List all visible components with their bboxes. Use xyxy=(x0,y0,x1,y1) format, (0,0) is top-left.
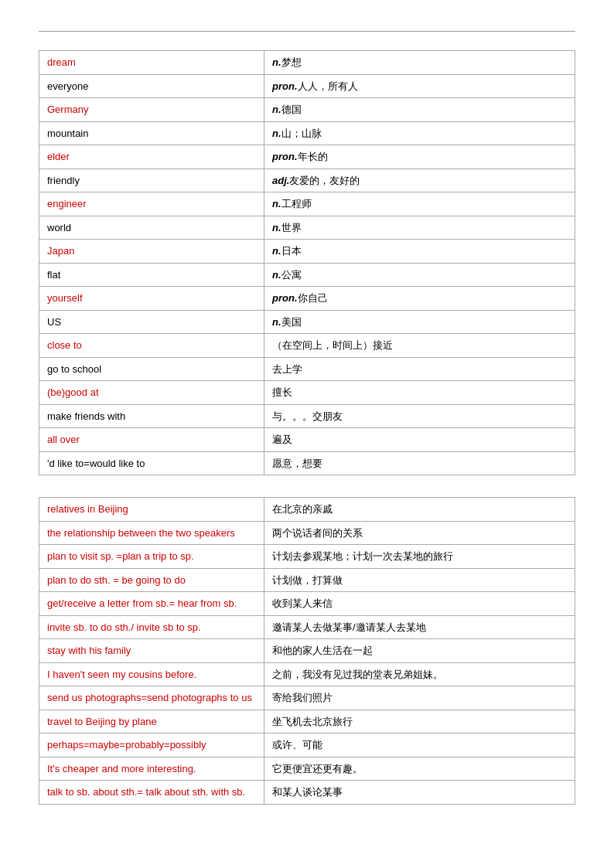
table-row: everyonepron.人人，所有人 xyxy=(39,74,575,98)
english-phrase: invite sb. to do sth./ invite sb to sp. xyxy=(39,615,264,639)
chinese-definition: 擅长 xyxy=(264,381,575,405)
table-row: Japann.日本 xyxy=(39,240,575,264)
table-row: close to（在空间上，时间上）接近 xyxy=(39,334,575,358)
english-phrase: send us photographs=send photographs to … xyxy=(39,686,264,710)
english-phrase: talk to sb. about sth.= talk about sth. … xyxy=(39,781,264,805)
chinese-definition: （在空间上，时间上）接近 xyxy=(264,334,575,358)
table-row: worldn.世界 xyxy=(39,216,575,240)
table-row: perhaps=maybe=probably=possibly或许、可能 xyxy=(39,734,575,757)
table-row: talk to sb. about sth.= talk about sth. … xyxy=(39,781,575,805)
chinese-definition: n.工程师 xyxy=(264,192,575,216)
table-row: travel to Beijing by plane坐飞机去北京旅行 xyxy=(39,710,575,734)
english-term: everyone xyxy=(39,74,264,98)
table-row: It's cheaper and more interesting.它更便宜还更… xyxy=(39,757,575,781)
table-row: relatives in Beijing在北京的亲戚 xyxy=(39,498,575,522)
chinese-definition: 愿意，想要 xyxy=(264,451,575,475)
english-term: Japan xyxy=(39,240,264,264)
table-row: go to school去上学 xyxy=(39,357,575,381)
chinese-definition: 在北京的亲戚 xyxy=(264,498,575,522)
table-row: Germanyn.德国 xyxy=(39,98,575,122)
chinese-definition: 坐飞机去北京旅行 xyxy=(264,710,575,734)
chinese-definition: n.梦想 xyxy=(264,51,575,75)
english-term: friendly xyxy=(39,168,264,192)
english-term: yourself xyxy=(39,287,264,311)
english-phrase: travel to Beijing by plane xyxy=(39,710,264,734)
chinese-definition: 与。。。交朋友 xyxy=(264,404,575,428)
chinese-definition: 计划做，打算做 xyxy=(264,568,575,592)
english-phrase: the relationship between the two speaker… xyxy=(39,521,264,545)
chinese-definition: 它更便宜还更有趣。 xyxy=(264,757,575,781)
table-row: plan to do sth. = be going to do计划做，打算做 xyxy=(39,568,575,592)
table-row: plan to visit sp. =plan a trip to sp.计划去… xyxy=(39,545,575,569)
table-row: elderpron.年长的 xyxy=(39,145,575,169)
chinese-definition: n.美国 xyxy=(264,310,575,334)
chinese-definition: 和他的家人生活在一起 xyxy=(264,639,575,663)
vocabulary-table-2: relatives in Beijing在北京的亲戚the relationsh… xyxy=(39,497,575,805)
english-term: make friends with xyxy=(39,404,264,428)
table-row: flatn.公寓 xyxy=(39,263,575,287)
english-term: Germany xyxy=(39,98,264,122)
table-row: stay with his family和他的家人生活在一起 xyxy=(39,639,575,663)
table-row: (be)good at擅长 xyxy=(39,381,575,405)
english-phrase: stay with his family xyxy=(39,639,264,663)
english-phrase: get/receive a letter from sb.= hear from… xyxy=(39,592,264,616)
table-row: 'd like to=would like to愿意，想要 xyxy=(39,451,575,475)
english-phrase: It's cheaper and more interesting. xyxy=(39,757,264,781)
table-row: mountainn.山；山脉 xyxy=(39,121,575,145)
chinese-definition: 去上学 xyxy=(264,357,575,381)
chinese-definition: 计划去参观某地；计划一次去某地的旅行 xyxy=(264,545,575,569)
table-row: invite sb. to do sth./ invite sb to sp.邀… xyxy=(39,615,575,639)
english-term: go to school xyxy=(39,357,264,381)
english-term: 'd like to=would like to xyxy=(39,451,264,475)
english-phrase: perhaps=maybe=probably=possibly xyxy=(39,734,264,757)
vocabulary-table-1: dreamn.梦想everyonepron.人人，所有人Germanyn.德国m… xyxy=(39,50,575,475)
table-row: send us photographs=send photographs to … xyxy=(39,686,575,710)
chinese-definition: 寄给我们照片 xyxy=(264,686,575,710)
english-term: all over xyxy=(39,428,264,452)
table-row: yourselfpron.你自己 xyxy=(39,287,575,311)
chinese-definition: 遍及 xyxy=(264,428,575,452)
chinese-definition: 之前，我没有见过我的堂表兄弟姐妹。 xyxy=(264,662,575,686)
english-term: flat xyxy=(39,263,264,287)
english-term: engineer xyxy=(39,192,264,216)
chinese-definition: n.公寓 xyxy=(264,263,575,287)
chinese-definition: n.日本 xyxy=(264,240,575,264)
chinese-definition: 和某人谈论某事 xyxy=(264,781,575,805)
english-term: world xyxy=(39,216,264,240)
table-row: make friends with与。。。交朋友 xyxy=(39,404,575,428)
table-row: all over遍及 xyxy=(39,428,575,452)
chinese-definition: n.德国 xyxy=(264,98,575,122)
chinese-definition: pron.人人，所有人 xyxy=(264,74,575,98)
english-term: (be)good at xyxy=(39,381,264,405)
table-row: engineern.工程师 xyxy=(39,192,575,216)
table-row: get/receive a letter from sb.= hear from… xyxy=(39,592,575,616)
chinese-definition: 收到某人来信 xyxy=(264,592,575,616)
english-phrase: plan to do sth. = be going to do xyxy=(39,568,264,592)
english-phrase: I haven't seen my cousins before. xyxy=(39,662,264,686)
english-term: US xyxy=(39,310,264,334)
english-term: close to xyxy=(39,334,264,358)
table-row: I haven't seen my cousins before.之前，我没有见… xyxy=(39,662,575,686)
top-divider xyxy=(39,31,575,32)
english-phrase: plan to visit sp. =plan a trip to sp. xyxy=(39,545,264,569)
table-row: dreamn.梦想 xyxy=(39,51,575,75)
table-row: USn.美国 xyxy=(39,310,575,334)
chinese-definition: 或许、可能 xyxy=(264,734,575,757)
chinese-definition: 两个说话者间的关系 xyxy=(264,521,575,545)
english-phrase: relatives in Beijing xyxy=(39,498,264,522)
table-row: friendlyadj.友爱的，友好的 xyxy=(39,168,575,192)
chinese-definition: n.山；山脉 xyxy=(264,121,575,145)
english-term: mountain xyxy=(39,121,264,145)
english-term: elder xyxy=(39,145,264,169)
english-term: dream xyxy=(39,51,264,75)
chinese-definition: 邀请某人去做某事/邀请某人去某地 xyxy=(264,615,575,639)
chinese-definition: adj.友爱的，友好的 xyxy=(264,168,575,192)
chinese-definition: pron.年长的 xyxy=(264,145,575,169)
table-row: the relationship between the two speaker… xyxy=(39,521,575,545)
chinese-definition: pron.你自己 xyxy=(264,287,575,311)
chinese-definition: n.世界 xyxy=(264,216,575,240)
